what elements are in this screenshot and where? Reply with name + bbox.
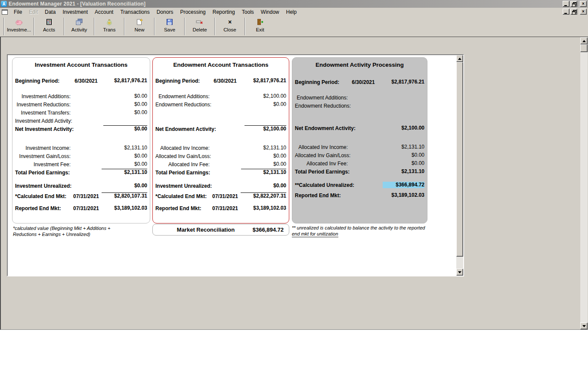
- mdi-client-area: Investment Account Transactions Beginnin…: [0, 37, 588, 330]
- menu-item-file[interactable]: File: [10, 8, 25, 16]
- toolbar-button-label: Exit: [256, 27, 264, 32]
- toolbar-button-label: Delete: [192, 27, 207, 32]
- investments-button[interactable]: Investme...: [5, 16, 33, 37]
- toolbar-separator: [3, 18, 4, 35]
- menu-item-window[interactable]: Window: [257, 8, 283, 16]
- mdi-restore-button[interactable]: [570, 9, 577, 15]
- row-label: Total Period Earnings:: [15, 170, 71, 176]
- row-value: $2,817,976.21: [102, 78, 147, 84]
- restore-button[interactable]: [570, 1, 577, 7]
- menu-item-data[interactable]: Data: [41, 8, 59, 16]
- exit-button[interactable]: Exit: [246, 16, 274, 37]
- row-label: Investment Addtl Activity:: [15, 118, 72, 124]
- panel-row: Allocated Inv Gain/Loss:$0.00: [295, 150, 424, 158]
- scrollbar-thumb[interactable]: [580, 44, 588, 52]
- row-value: [102, 124, 147, 124]
- row-label: Allocated Inv Income:: [155, 145, 210, 151]
- menu-item-processing[interactable]: Processing: [176, 8, 209, 16]
- row-label: Investment Additions:: [15, 93, 71, 99]
- panel-row: Allocated Inv Fee:$0.00: [295, 158, 424, 167]
- row-value: $0.00: [103, 125, 147, 132]
- menu-item-account[interactable]: Account: [91, 8, 117, 16]
- row-value: $2,131.10: [102, 145, 147, 151]
- menu-item-tools[interactable]: Tools: [238, 8, 257, 16]
- row-value: $2,131.10: [241, 169, 286, 176]
- delete-button[interactable]: Delete: [186, 16, 214, 37]
- row-value: $366,894.72: [383, 182, 424, 188]
- menu-item-transactions[interactable]: Transactions: [117, 8, 153, 16]
- scroll-up-button[interactable]: [580, 37, 588, 44]
- menu-item-reporting[interactable]: Reporting: [209, 8, 238, 16]
- panel-row: Allocated Inv Income:$2,131.10: [295, 142, 424, 150]
- scrollbar-track[interactable]: [456, 257, 463, 269]
- panel-row: *Calculated End Mkt:07/31/2021$2,820,107…: [15, 191, 147, 199]
- row-label: Beginning Period:: [155, 78, 210, 84]
- panel-vertical-scrollbar[interactable]: [456, 55, 463, 276]
- window-vertical-scrollbar[interactable]: [580, 37, 588, 329]
- row-value: $0.00: [241, 153, 286, 159]
- app-icon: A: [1, 1, 7, 7]
- toolbar-separator: [184, 18, 185, 35]
- menu-bar: File Edit Data Investment Account Transa…: [0, 8, 588, 16]
- menu-item-investment[interactable]: Investment: [59, 8, 91, 16]
- panel-row: Beginning Period:6/30/2021$2,817,976.21: [155, 76, 286, 84]
- exit-door-icon: [256, 18, 264, 26]
- new-button[interactable]: New: [126, 16, 153, 37]
- toolbar-separator: [124, 18, 125, 35]
- menu-item-help[interactable]: Help: [283, 8, 300, 16]
- row-label: Allocated Inv Income:: [295, 144, 348, 150]
- row-spacer: [295, 109, 424, 123]
- application-window: A Endowment Manager 2021 - [Valuation Re…: [0, 0, 588, 366]
- row-label: Endowment Reductions:: [295, 103, 351, 109]
- close-view-button[interactable]: × Close: [216, 16, 244, 37]
- mdi-minimize-button[interactable]: [563, 9, 569, 15]
- panel-row: Net Endowment Activity:$2,100.00: [295, 123, 424, 131]
- toolbar-separator: [94, 18, 95, 35]
- row-value: $3,189,102.03: [102, 205, 147, 211]
- row-date: 07/31/2021: [210, 205, 241, 211]
- scroll-down-button[interactable]: [456, 269, 463, 276]
- panel-row: Reported End Mkt:07/31/2021$3,189,102.03: [15, 203, 147, 211]
- arrow-up-icon: [582, 40, 586, 42]
- row-label: Investment Unrealized:: [15, 183, 71, 189]
- arrow-up-icon: [458, 58, 461, 60]
- card-title: Endowment Account Transactions: [153, 58, 289, 68]
- transactions-button[interactable]: Trans: [96, 16, 123, 37]
- panel-row: Investment Unrealized:$0.00: [155, 181, 286, 189]
- close-x-icon: ×: [228, 18, 232, 26]
- toolbar-separator: [64, 18, 65, 35]
- scroll-down-button[interactable]: [580, 323, 588, 329]
- row-value: $2,817,976.21: [379, 79, 424, 85]
- panel-row: Investment Reductions:$0.00: [15, 99, 147, 108]
- cascade-windows-icon: [75, 18, 83, 26]
- panel-row: Net Investment Activity:$0.00: [15, 124, 147, 132]
- row-value: $0.00: [381, 152, 424, 158]
- minimize-button[interactable]: [563, 1, 569, 7]
- arrow-down-icon: [458, 271, 461, 273]
- footnote-line: ** unrealized is calculated to balance t…: [292, 225, 425, 231]
- panel-row: Investment Addtl Activity:: [15, 116, 147, 124]
- panel-row: Endowment Additions:: [295, 93, 424, 101]
- scrollbar-track[interactable]: [580, 52, 588, 323]
- panel-row: Investment Income:$2,131.10: [15, 143, 147, 151]
- row-value: [379, 100, 424, 101]
- scrollbar-thumb[interactable]: [456, 62, 463, 257]
- save-button[interactable]: Save: [156, 16, 183, 37]
- accounts-button[interactable]: Accts: [35, 16, 63, 37]
- row-date: 07/31/2021: [71, 205, 102, 211]
- row-label: Net Investment Activity:: [15, 126, 74, 132]
- panel-row: Endowment Additions:$2,100.00: [155, 91, 286, 99]
- close-button[interactable]: ×: [580, 1, 587, 7]
- toolbar-separator: [244, 18, 245, 35]
- row-label: **Calculated Unrealized:: [295, 182, 354, 188]
- row-value: $2,100.00: [244, 125, 286, 132]
- mdi-close-button[interactable]: ×: [580, 9, 587, 15]
- window-title: Endowment Manager 2021 - [Valuation Reco…: [9, 1, 145, 7]
- menu-item-donors[interactable]: Donors: [153, 8, 177, 16]
- scroll-up-button[interactable]: [456, 55, 463, 62]
- row-label: Investment Fee:: [15, 161, 71, 167]
- row-value: $0.00: [241, 101, 286, 108]
- row-label: Beginning Period:: [295, 79, 348, 85]
- activity-button[interactable]: Activity: [65, 16, 93, 37]
- mdi-document-icon: [2, 9, 8, 15]
